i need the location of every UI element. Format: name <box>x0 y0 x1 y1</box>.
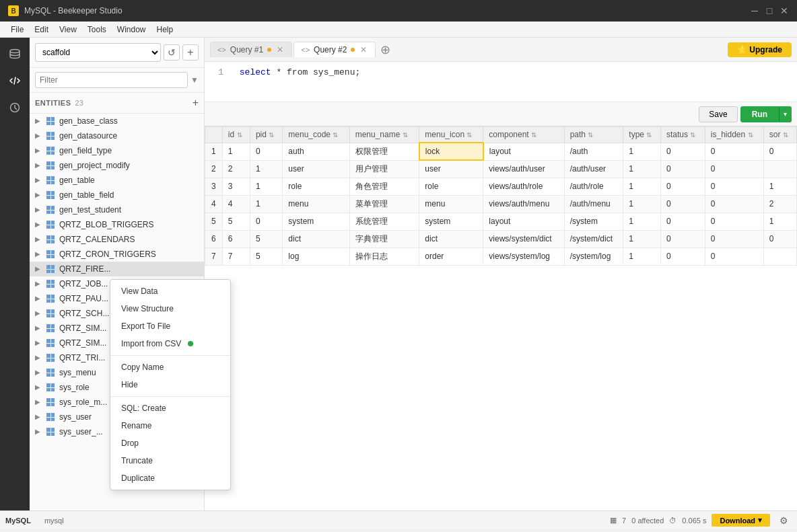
cell-id[interactable]: 1 <box>222 143 250 160</box>
cell-pid[interactable]: 1 <box>250 195 282 213</box>
query-area[interactable]: 1 select * from sys_menu; <box>205 62 797 102</box>
tab-query2[interactable]: <> Query #2 ✕ <box>293 42 376 57</box>
history-icon-btn[interactable] <box>4 97 26 118</box>
entity-item[interactable]: ▶ QRTZ_FIRE... <box>30 262 204 276</box>
db-icon-btn[interactable] <box>4 43 26 65</box>
upgrade-button[interactable]: ⭐ Upgrade <box>728 42 792 57</box>
cell-menu_icon[interactable]: lock <box>419 143 483 160</box>
menu-edit[interactable]: Edit <box>29 24 54 36</box>
cell-is_hidden[interactable]: 0 <box>705 230 763 248</box>
cell-is_hidden[interactable]: 0 <box>705 195 763 213</box>
cell-pid[interactable]: 0 <box>250 213 282 230</box>
cell-menu_name[interactable]: 用户管理 <box>349 160 419 178</box>
entity-item[interactable]: ▶ gen_base_class <box>30 114 204 128</box>
cell-menu_code[interactable]: user <box>283 160 349 178</box>
entity-item[interactable]: ▶ gen_field_type <box>30 143 204 158</box>
cell-status[interactable]: 0 <box>661 143 705 160</box>
cell-sor[interactable] <box>763 248 796 265</box>
cell-status[interactable]: 0 <box>661 248 705 265</box>
cell-id[interactable]: 2 <box>222 160 250 178</box>
menu-tools[interactable]: Tools <box>82 24 112 36</box>
menu-file[interactable]: File <box>5 24 29 36</box>
cell-menu_icon[interactable]: user <box>419 160 483 178</box>
cell-id[interactable]: 6 <box>222 230 250 248</box>
menu-help[interactable]: Help <box>151 24 179 36</box>
entity-item[interactable]: ▶ QRTZ_CALENDARS <box>30 232 204 247</box>
cell-is_hidden[interactable]: 0 <box>705 248 763 265</box>
cell-menu_name[interactable]: 字典管理 <box>349 230 419 248</box>
tab-query1-close[interactable]: ✕ <box>275 45 285 54</box>
cell-pid[interactable]: 1 <box>250 160 282 178</box>
cell-menu_code[interactable]: menu <box>283 195 349 213</box>
cell-path[interactable]: /auth/role <box>564 178 623 195</box>
minimize-button[interactable]: ─ <box>750 6 759 15</box>
col-is_hidden[interactable]: is_hidden ⇅ <box>705 127 763 143</box>
col-path[interactable]: path ⇅ <box>564 127 623 143</box>
cell-id[interactable]: 3 <box>222 178 250 195</box>
cell-path[interactable]: /auth <box>564 143 623 160</box>
cell-component[interactable]: views/system/dict <box>483 230 564 248</box>
cell-is_hidden[interactable]: 0 <box>705 213 763 230</box>
entity-item[interactable]: ▶ QRTZ_BLOB_TRIGGERS <box>30 217 204 232</box>
cell-status[interactable]: 0 <box>661 160 705 178</box>
context-menu-view-data[interactable]: View Data <box>110 282 230 300</box>
context-menu-export-to-file[interactable]: Export To File <box>110 317 230 335</box>
col-sor[interactable]: sor ⇅ <box>763 127 796 143</box>
context-menu-rename[interactable]: Rename <box>110 417 230 434</box>
cell-id[interactable]: 4 <box>222 195 250 213</box>
context-menu-sql-create[interactable]: SQL: Create <box>110 400 230 417</box>
data-grid[interactable]: id ⇅pid ⇅menu_code ⇅menu_name ⇅menu_icon… <box>205 126 797 510</box>
cell-type[interactable]: 1 <box>623 160 661 178</box>
col-status[interactable]: status ⇅ <box>661 127 705 143</box>
col-type[interactable]: type ⇅ <box>623 127 661 143</box>
cell-menu_code[interactable]: role <box>283 178 349 195</box>
cell-menu_name[interactable]: 操作日志 <box>349 248 419 265</box>
cell-type[interactable]: 1 <box>623 143 661 160</box>
cell-menu_icon[interactable]: order <box>419 248 483 265</box>
context-menu-duplicate[interactable]: Duplicate <box>110 469 230 487</box>
cell-path[interactable]: /system/dict <box>564 230 623 248</box>
cell-sor[interactable]: 1 <box>763 178 796 195</box>
context-menu-view-structure[interactable]: View Structure <box>110 300 230 317</box>
cell-sor[interactable] <box>763 160 796 178</box>
cell-sor[interactable]: 0 <box>763 230 796 248</box>
cell-status[interactable]: 0 <box>661 213 705 230</box>
col-menu_name[interactable]: menu_name ⇅ <box>349 127 419 143</box>
cell-menu_icon[interactable]: role <box>419 178 483 195</box>
entities-add-button[interactable]: + <box>193 97 199 109</box>
col-component[interactable]: component ⇅ <box>483 127 564 143</box>
cell-is_hidden[interactable]: 0 <box>705 178 763 195</box>
close-button[interactable]: ✕ <box>779 6 789 15</box>
connection-selector[interactable]: scaffold <box>35 43 161 62</box>
menu-window[interactable]: Window <box>112 24 151 36</box>
cell-path[interactable]: /auth/user <box>564 160 623 178</box>
tab-query2-close[interactable]: ✕ <box>359 45 368 54</box>
cell-id[interactable]: 7 <box>222 248 250 265</box>
cell-menu_code[interactable]: auth <box>283 143 349 160</box>
col-menu_code[interactable]: menu_code ⇅ <box>283 127 349 143</box>
cell-status[interactable]: 0 <box>661 195 705 213</box>
cell-path[interactable]: /system <box>564 213 623 230</box>
cell-status[interactable]: 0 <box>661 178 705 195</box>
entity-item[interactable]: ▶ gen_table_field <box>30 188 204 202</box>
cell-is_hidden[interactable]: 0 <box>705 160 763 178</box>
entity-item[interactable]: ▶ gen_project_modify <box>30 158 204 173</box>
cell-menu_name[interactable]: 权限管理 <box>349 143 419 160</box>
cell-menu_code[interactable]: system <box>283 213 349 230</box>
cell-type[interactable]: 1 <box>623 248 661 265</box>
context-menu-import-from-csv[interactable]: Import from CSV <box>110 335 230 352</box>
cell-type[interactable]: 1 <box>623 178 661 195</box>
cell-menu_icon[interactable]: system <box>419 213 483 230</box>
context-menu-drop[interactable]: Drop <box>110 434 230 452</box>
context-menu-copy-name[interactable]: Copy Name <box>110 358 230 376</box>
cell-component[interactable]: layout <box>483 143 564 160</box>
col-id[interactable]: id ⇅ <box>222 127 250 143</box>
cell-is_hidden[interactable]: 0 <box>705 143 763 160</box>
cell-component[interactable]: views/auth/role <box>483 178 564 195</box>
cell-component[interactable]: views/auth/menu <box>483 195 564 213</box>
cell-menu_code[interactable]: log <box>283 248 349 265</box>
run-button[interactable]: Run <box>740 106 779 122</box>
cell-type[interactable]: 1 <box>623 195 661 213</box>
cell-sor[interactable]: 2 <box>763 195 796 213</box>
cell-pid[interactable]: 5 <box>250 230 282 248</box>
